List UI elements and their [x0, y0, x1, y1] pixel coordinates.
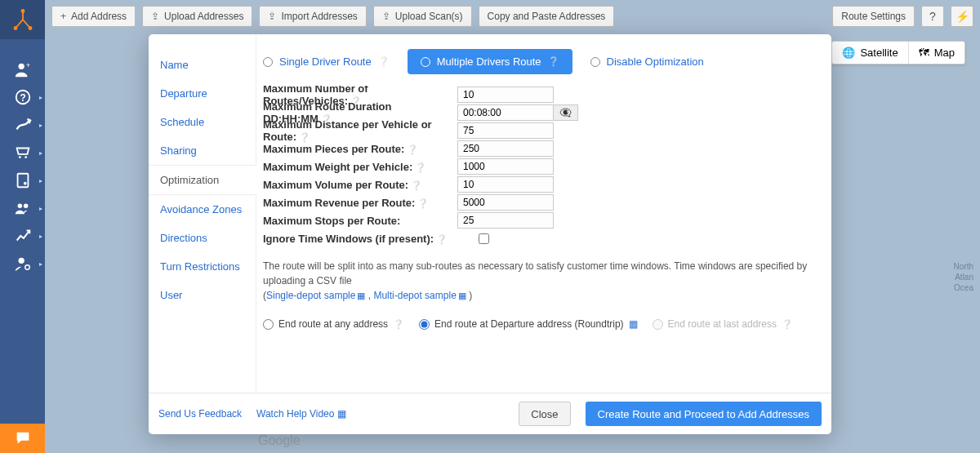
- help-button[interactable]: ?: [921, 6, 944, 27]
- tab-disable-optimization[interactable]: Disable Optimization: [590, 56, 704, 68]
- help-icon: ?: [929, 10, 936, 23]
- svg-point-6: [18, 64, 24, 69]
- svg-point-5: [28, 26, 32, 30]
- modal-tab-directions[interactable]: Directions: [149, 224, 256, 252]
- help-icon: ❔: [378, 56, 390, 67]
- duration-picker-button[interactable]: 👁‍🗨: [554, 104, 578, 121]
- label: Multiple Drivers Route: [437, 56, 541, 68]
- end-last-address: End route at last address❔: [653, 318, 793, 330]
- optimization-modal: Name Departure Schedule Sharing Optimiza…: [149, 34, 831, 434]
- optimization-form: Maximum Number of Routes/Vehicles:❔ Maxi…: [256, 86, 831, 306]
- bolt-icon: ⚡: [956, 10, 969, 23]
- end-any-address[interactable]: End route at any address❔: [263, 318, 404, 330]
- svg-point-13: [23, 182, 26, 185]
- btn-label: Upload Scan(s): [395, 11, 463, 22]
- modal-tab-user[interactable]: User: [149, 281, 256, 309]
- satellite-toggle[interactable]: 🌐Satellite: [832, 42, 907, 64]
- input-max-volume[interactable]: [457, 176, 554, 193]
- btn-label: Route Settings: [841, 11, 906, 22]
- input-max-revenue[interactable]: [457, 194, 554, 211]
- add-address-button[interactable]: +Add Address: [51, 6, 136, 27]
- sidebar-add-user-icon[interactable]: +: [0, 56, 45, 83]
- upload-icon: ⇪: [382, 11, 390, 22]
- input-max-distance[interactable]: [457, 122, 554, 139]
- tab-single-driver[interactable]: Single Driver Route❔: [263, 56, 390, 68]
- link-multi-depot-sample[interactable]: Multi-depot sample: [373, 290, 456, 301]
- modal-tab-avoidance[interactable]: Avoidance Zones: [149, 195, 256, 224]
- label-max-revenue: Maximum Revenue per Route:❔: [263, 197, 457, 209]
- google-attribution: Google: [258, 433, 301, 448]
- label: Map: [934, 47, 955, 59]
- label-max-pieces: Maximum Pieces per Route:❔: [263, 143, 457, 155]
- send-feedback-link[interactable]: Send Us Feedback: [158, 408, 242, 420]
- label: Disable Optimization: [607, 56, 704, 68]
- sidebar-analytics-icon[interactable]: ▸: [0, 222, 45, 250]
- checkbox-ignore-tw[interactable]: [479, 233, 489, 244]
- sidebar-cart-icon[interactable]: ▸: [0, 139, 45, 167]
- sidebar-team-icon[interactable]: ▸: [0, 194, 45, 222]
- svg-text:+: +: [25, 61, 29, 69]
- label-max-stops: Maximum Stops per Route:: [263, 215, 457, 227]
- label-max-volume: Maximum Volume per Route:❔: [263, 179, 457, 191]
- sidebar-routes-icon[interactable]: ▸: [0, 111, 45, 139]
- video-icon: ▦: [357, 291, 365, 300]
- import-icon: ⇪: [268, 11, 276, 22]
- modal-tab-optimization[interactable]: Optimization: [149, 165, 256, 195]
- quick-action-button[interactable]: ⚡: [951, 6, 973, 27]
- map-ocean-label: North Atlan Ocea: [954, 261, 973, 293]
- sidebar-address-book-icon[interactable]: ▸: [0, 167, 45, 194]
- input-max-stops[interactable]: [457, 212, 554, 229]
- upload-scans-button[interactable]: ⇪Upload Scan(s): [373, 6, 472, 27]
- map-layer-toggle: 🌐Satellite 🗺Map: [831, 41, 965, 64]
- label: Single Driver Route: [279, 56, 372, 68]
- input-max-routes[interactable]: [457, 87, 554, 103]
- svg-point-15: [23, 204, 27, 209]
- modal-tab-name[interactable]: Name: [149, 51, 256, 79]
- modal-tab-sharing[interactable]: Sharing: [149, 136, 256, 165]
- copy-paste-button[interactable]: Copy and Paste Addresses: [479, 6, 615, 27]
- close-button[interactable]: Close: [519, 402, 570, 426]
- svg-point-14: [17, 204, 21, 209]
- svg-point-11: [24, 156, 27, 158]
- route-settings-button[interactable]: Route Settings: [832, 6, 915, 27]
- btn-label: Copy and Paste Addresses: [488, 11, 606, 22]
- btn-label: Add Address: [71, 11, 127, 22]
- input-max-weight[interactable]: [457, 158, 554, 175]
- upload-addresses-button[interactable]: ⇪Upload Addresses: [142, 6, 252, 27]
- end-roundtrip[interactable]: End route at Departure address (Roundtri…: [419, 318, 637, 330]
- modal-tab-departure[interactable]: Departure: [149, 79, 256, 108]
- chat-fab[interactable]: [0, 424, 45, 453]
- driver-type-tabs: Single Driver Route❔ Multiple Drivers Ro…: [256, 34, 831, 86]
- label-max-weight: Maximum Weight per Vehicle:❔: [263, 161, 457, 173]
- globe-icon: 🌐: [842, 47, 855, 59]
- video-icon: ▦: [629, 318, 638, 330]
- svg-point-3: [20, 9, 24, 13]
- plus-icon: +: [60, 11, 66, 22]
- app-logo: [0, 0, 45, 39]
- map-toggle[interactable]: 🗺Map: [908, 42, 964, 64]
- modal-sidebar: Name Departure Schedule Sharing Optimiza…: [149, 34, 256, 393]
- tab-multiple-drivers[interactable]: Multiple Drivers Route❔: [408, 49, 572, 74]
- import-addresses-button[interactable]: ⇪Import Addresses: [259, 6, 366, 27]
- link-single-depot-sample[interactable]: Single-depot sample: [266, 290, 355, 301]
- sidebar-help-icon[interactable]: ?▸: [0, 83, 45, 111]
- input-max-duration[interactable]: [457, 104, 554, 121]
- create-route-button[interactable]: Create Route and Proceed to Add Addresse…: [586, 402, 822, 426]
- btn-label: Upload Addresses: [164, 11, 243, 22]
- top-toolbar: +Add Address ⇪Upload Addresses ⇪Import A…: [45, 0, 980, 33]
- input-max-pieces[interactable]: [457, 140, 554, 157]
- label-max-distance: Maximum Distance per Vehicle or Route:❔: [263, 118, 457, 143]
- map-icon: 🗺: [919, 47, 929, 59]
- modal-tab-turn-restrictions[interactable]: Turn Restrictions: [149, 252, 256, 281]
- upload-icon: ⇪: [151, 11, 159, 22]
- sidebar-user-settings-icon[interactable]: ▸: [0, 250, 45, 278]
- app-sidebar: + ?▸ ▸ ▸ ▸ ▸ ▸ ▸: [0, 0, 45, 453]
- video-icon: ▦: [337, 408, 346, 420]
- modal-tab-schedule[interactable]: Schedule: [149, 108, 256, 136]
- svg-point-4: [13, 26, 17, 30]
- help-icon: ❔: [548, 56, 559, 67]
- modal-footer: Send Us Feedback Watch Help Video ▦ Clos…: [149, 393, 831, 434]
- svg-rect-12: [17, 174, 28, 188]
- watch-help-video-link[interactable]: Watch Help Video ▦: [256, 408, 346, 420]
- label-ignore-tw: Ignore Time Windows (if present):❔: [263, 233, 457, 245]
